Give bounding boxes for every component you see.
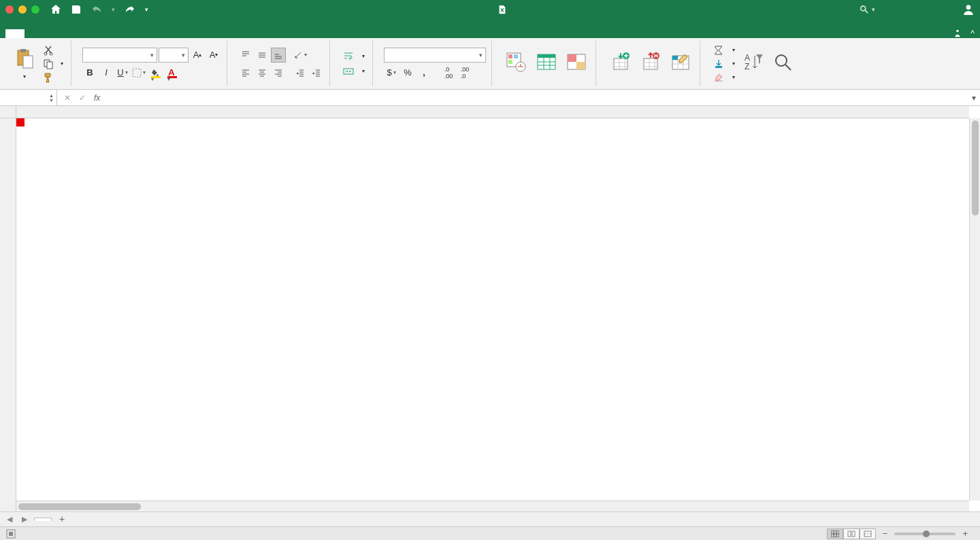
increase-font-button[interactable]: A▴ xyxy=(190,48,205,63)
clear-button[interactable]: ▾ xyxy=(711,71,737,84)
autosum-button[interactable]: ▾ xyxy=(711,44,737,56)
horizontal-scrollbar[interactable] xyxy=(16,501,969,511)
close-window-button[interactable] xyxy=(5,5,14,14)
svg-rect-13 xyxy=(508,54,512,58)
zoom-out-button[interactable]: − xyxy=(883,528,888,539)
expand-formula-bar-icon[interactable]: ▾ xyxy=(968,93,980,103)
delete-cells-button[interactable] xyxy=(637,50,664,77)
cancel-formula-icon[interactable]: ✕ xyxy=(64,93,71,103)
format-as-table-button[interactable] xyxy=(533,50,560,77)
formula-bar-input[interactable] xyxy=(111,90,968,105)
font-name-select[interactable] xyxy=(82,48,157,63)
vertical-scrollbar[interactable] xyxy=(969,118,980,501)
search-sheet[interactable]: ▾ xyxy=(860,5,953,14)
decrease-font-button[interactable]: A▾ xyxy=(206,48,221,63)
align-left-button[interactable] xyxy=(238,65,253,80)
tab-review[interactable] xyxy=(120,29,139,38)
format-cells-button[interactable] xyxy=(667,50,694,77)
name-box-down-icon[interactable]: ▼ xyxy=(49,98,54,103)
align-middle-button[interactable] xyxy=(255,48,270,63)
name-box-input[interactable] xyxy=(3,93,44,103)
minimize-window-button[interactable] xyxy=(18,5,27,14)
home-icon[interactable] xyxy=(50,4,61,15)
number-format-select[interactable] xyxy=(384,48,486,63)
align-center-button[interactable] xyxy=(255,65,270,80)
name-box[interactable]: ▲▼ xyxy=(0,90,57,105)
bold-button[interactable]: B xyxy=(82,65,97,80)
redo-icon[interactable] xyxy=(125,4,135,15)
fx-icon[interactable]: fx xyxy=(94,93,104,103)
align-bottom-button[interactable] xyxy=(271,48,286,63)
zoom-slider-knob[interactable] xyxy=(923,530,930,537)
sheet-nav-next[interactable]: ▶ xyxy=(19,515,30,524)
sheet-tab-1[interactable] xyxy=(34,518,52,521)
percent-button[interactable]: % xyxy=(400,65,415,80)
tab-data[interactable] xyxy=(101,29,120,38)
increase-decimal-button[interactable]: .0.00 xyxy=(441,65,456,80)
undo-icon[interactable] xyxy=(91,4,102,15)
tab-formulas[interactable] xyxy=(82,29,101,38)
sheet-nav-prev[interactable]: ◀ xyxy=(4,515,15,524)
wrap-text-button[interactable]: ▾ xyxy=(341,50,367,63)
orientation-button[interactable] xyxy=(293,48,308,63)
sort-filter-button[interactable]: AZ xyxy=(740,50,767,77)
maximize-window-button[interactable] xyxy=(31,5,39,14)
conditional-formatting-button[interactable] xyxy=(503,50,530,77)
paste-button[interactable]: ▾ xyxy=(11,46,38,81)
cells-grid[interactable] xyxy=(16,118,969,501)
currency-button[interactable]: $ xyxy=(384,65,399,80)
comma-button[interactable]: , xyxy=(416,65,431,80)
add-sheet-button[interactable]: + xyxy=(56,513,68,526)
increase-indent-button[interactable] xyxy=(309,65,324,80)
tab-developer[interactable] xyxy=(158,29,177,38)
cut-button[interactable] xyxy=(41,44,65,56)
format-painter-button[interactable] xyxy=(41,71,65,84)
fill-handle[interactable] xyxy=(16,118,20,122)
macro-status-icon[interactable] xyxy=(5,528,16,539)
fill-button[interactable]: ▾ xyxy=(711,58,737,70)
svg-point-31 xyxy=(776,55,787,66)
page-layout-view-button[interactable] xyxy=(843,528,860,539)
underline-button[interactable]: U xyxy=(115,65,130,80)
decrease-indent-button[interactable] xyxy=(293,65,308,80)
find-icon xyxy=(772,52,794,73)
decrease-decimal-button[interactable]: .00.0 xyxy=(457,65,472,80)
status-bar: − + xyxy=(0,526,980,540)
fill-color-button[interactable] xyxy=(148,65,163,80)
normal-view-button[interactable] xyxy=(827,528,843,539)
page-break-view-button[interactable] xyxy=(860,528,876,539)
tab-draw[interactable] xyxy=(44,29,63,38)
font-size-select[interactable] xyxy=(159,48,189,63)
enter-formula-icon[interactable]: ✓ xyxy=(79,93,86,103)
cut-icon xyxy=(43,45,54,56)
italic-button[interactable]: I xyxy=(99,65,114,80)
select-all-corner[interactable] xyxy=(0,106,16,118)
collapse-ribbon-icon[interactable]: ^ xyxy=(970,29,975,38)
font-color-button[interactable]: A xyxy=(164,65,179,80)
align-top-button[interactable] xyxy=(238,48,253,63)
insert-cells-button[interactable] xyxy=(607,50,634,77)
zoom-in-button[interactable]: + xyxy=(962,528,968,539)
tab-insert[interactable] xyxy=(24,29,44,38)
vertical-scroll-thumb[interactable] xyxy=(972,120,979,216)
find-select-button[interactable] xyxy=(770,50,797,77)
tab-view[interactable] xyxy=(139,29,158,38)
search-input[interactable] xyxy=(878,5,953,14)
copy-button[interactable]: ▾ xyxy=(41,58,65,70)
tab-page-layout[interactable] xyxy=(63,29,82,38)
svg-rect-35 xyxy=(848,531,851,537)
alignment-group xyxy=(233,41,330,86)
tab-home[interactable] xyxy=(5,29,24,38)
quick-access-toolbar: ▾ ▾ xyxy=(50,4,148,15)
borders-button[interactable] xyxy=(131,65,146,80)
align-right-button[interactable] xyxy=(271,65,286,80)
name-box-up-icon[interactable]: ▲ xyxy=(49,93,54,98)
save-icon[interactable] xyxy=(71,4,82,15)
horizontal-scroll-thumb[interactable] xyxy=(18,503,141,510)
user-icon[interactable] xyxy=(962,3,975,16)
undo-dropdown-icon[interactable]: ▾ xyxy=(112,6,115,13)
active-cell-border xyxy=(16,118,19,121)
merge-center-button[interactable]: ▾ xyxy=(341,65,367,78)
cell-styles-button[interactable] xyxy=(563,50,590,77)
zoom-slider[interactable] xyxy=(894,533,956,535)
